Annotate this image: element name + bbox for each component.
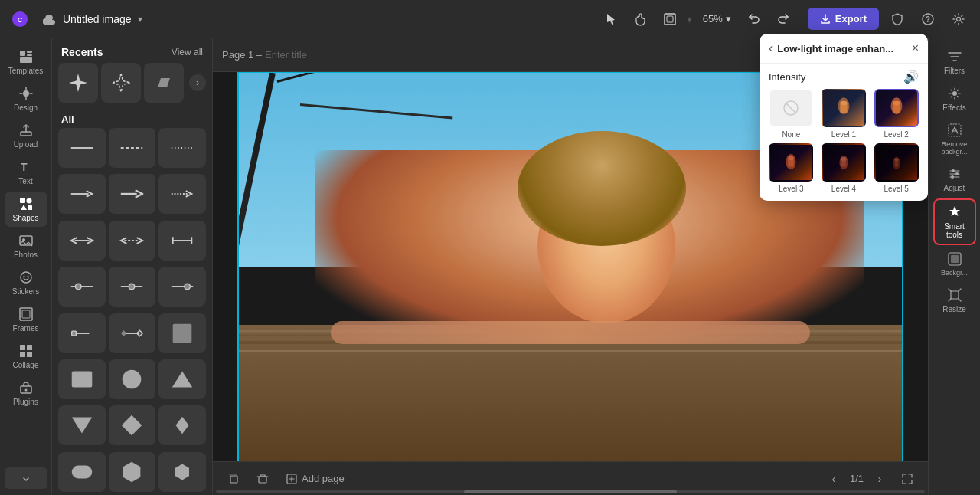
svg-rect-10	[20, 57, 32, 63]
settings-button[interactable]	[946, 7, 971, 31]
recents-next-button[interactable]: ›	[189, 74, 206, 91]
shape-hexagon-wide[interactable]	[158, 405, 206, 445]
shapes-grid	[52, 128, 212, 495]
svg-point-18	[22, 238, 25, 241]
shape-circle[interactable]	[109, 359, 156, 399]
view-all-link[interactable]: View all	[172, 47, 203, 57]
sidebar-item-frames[interactable]: Frames	[5, 302, 47, 337]
right-panel-adjust[interactable]: Adjust	[933, 162, 976, 197]
shape-arrow-right[interactable]	[58, 174, 106, 214]
lowlight-level3[interactable]: Level 3	[767, 143, 815, 193]
app-logo[interactable]: C	[9, 8, 31, 30]
sidebar-item-stickers[interactable]: Stickers	[5, 265, 47, 300]
export-button[interactable]: Export	[808, 8, 879, 30]
sidebar-item-photos[interactable]: Photos	[5, 228, 47, 264]
redo-button[interactable]	[771, 7, 795, 31]
svg-rect-8	[27, 51, 32, 53]
canvas-scrollbar[interactable]	[213, 489, 928, 495]
lowlight-level1[interactable]: Level 1	[820, 89, 868, 139]
undo-button[interactable]	[742, 7, 766, 31]
fullscreen-button[interactable]	[896, 467, 919, 490]
add-page-label: Add page	[302, 473, 345, 484]
back-icon: ‹	[769, 41, 773, 55]
sidebar-item-shapes[interactable]: Shapes	[5, 192, 47, 227]
shape-bracket[interactable]	[58, 313, 106, 353]
right-panel-background[interactable]: Backgr...	[933, 247, 976, 281]
help-button[interactable]: ?	[916, 7, 940, 31]
delete-button[interactable]	[251, 467, 274, 490]
svg-point-88	[952, 169, 955, 172]
lowlight-level2[interactable]: Level 2	[872, 89, 920, 139]
shape-hexagon-sm[interactable]	[158, 452, 206, 492]
prev-page-button[interactable]: ‹	[824, 469, 844, 489]
resize-icon	[947, 287, 962, 303]
sidebar-item-collage[interactable]: Collage	[5, 339, 47, 374]
shape-hexagon[interactable]	[109, 452, 156, 492]
shape-slider-2[interactable]	[109, 267, 156, 307]
sidebar-item-upload[interactable]: Upload	[5, 118, 47, 153]
shape-arrow-both-dashed[interactable]	[109, 221, 156, 261]
zoom-control[interactable]: 65% ▾	[697, 10, 737, 28]
hand-tool-button[interactable]	[629, 7, 653, 31]
recent-shape-cross[interactable]	[101, 63, 141, 103]
lowlight-none[interactable]: None	[767, 89, 815, 139]
shape-slider-3[interactable]	[158, 267, 206, 307]
shape-line-ends[interactable]	[158, 221, 206, 261]
svg-rect-7	[20, 51, 25, 56]
shield-button[interactable]	[885, 7, 910, 31]
page-title-input[interactable]	[265, 49, 394, 61]
svg-point-6	[957, 17, 961, 21]
svg-point-15	[26, 198, 31, 204]
all-shapes-label: All	[52, 109, 212, 128]
lowlight-intensity-row: Intensity 🔊	[760, 64, 928, 89]
shape-arrow-right-bold[interactable]	[109, 174, 156, 214]
shape-triangle-down[interactable]	[58, 405, 106, 445]
svg-rect-16	[28, 205, 32, 210]
sidebar-item-plugins[interactable]: Plugins	[5, 375, 47, 411]
right-panel-remove-bg[interactable]: Remove backgr...	[933, 118, 976, 160]
recent-shape-star4[interactable]	[58, 63, 98, 103]
document-name[interactable]: Untitled image	[63, 13, 132, 25]
next-page-button[interactable]: ›	[870, 469, 890, 489]
right-panel-smart-tools[interactable]: Smart tools	[933, 198, 976, 245]
svg-rect-48	[72, 331, 77, 336]
shape-rectangle[interactable]	[58, 359, 106, 399]
shape-line-solid[interactable]	[58, 128, 106, 168]
shape-line-dotted[interactable]	[158, 128, 206, 168]
scrollbar-thumb[interactable]	[464, 490, 677, 493]
shape-triangle[interactable]	[158, 359, 206, 399]
svg-rect-92	[951, 255, 959, 263]
shape-rectangle-gray[interactable]	[158, 313, 206, 353]
right-panel-filters[interactable]: Filters	[933, 44, 976, 80]
recent-shape-parallelogram[interactable]	[144, 63, 184, 103]
right-panel-effects[interactable]: Effects	[933, 81, 976, 116]
shape-arrow-both[interactable]	[58, 221, 106, 261]
lowlight-level5[interactable]: Level 5	[872, 143, 920, 193]
lowlight-panel: ‹ Low-light image enhan... × Intensity 🔊…	[760, 38, 928, 201]
sidebar-collapse-button[interactable]	[5, 467, 47, 489]
shape-line-dashed[interactable]	[109, 128, 156, 168]
level2-label: Level 2	[884, 130, 909, 139]
add-page-button[interactable]: Add page	[280, 470, 351, 487]
shape-slider-1[interactable]	[58, 267, 106, 307]
lowlight-close-button[interactable]: ×	[912, 41, 919, 55]
copy-button[interactable]	[222, 467, 245, 490]
svg-point-86	[952, 91, 957, 96]
shape-rectangle-rounded[interactable]	[58, 452, 106, 492]
document-dropdown-icon[interactable]: ▾	[138, 14, 142, 25]
shape-diamond-ends[interactable]	[109, 313, 156, 353]
sidebar-item-design[interactable]: Design	[5, 81, 47, 116]
shape-arrow-right-dotted[interactable]	[158, 174, 206, 214]
upload-icon	[18, 123, 34, 138]
select-tool-button[interactable]	[599, 7, 624, 31]
frame-tool-button[interactable]	[658, 7, 682, 31]
lowlight-back-button[interactable]: ‹	[769, 41, 773, 55]
svg-point-81	[841, 157, 846, 161]
sidebar-item-templates[interactable]: Templates	[5, 44, 47, 80]
right-panel-resize[interactable]: Resize	[933, 283, 976, 318]
shapes-panel: Recents View all › All	[52, 38, 213, 495]
sidebar-item-text[interactable]: T Text	[5, 155, 47, 190]
svg-rect-26	[20, 352, 25, 357]
shape-diamond[interactable]	[109, 405, 156, 445]
lowlight-level4[interactable]: Level 4	[820, 143, 868, 193]
